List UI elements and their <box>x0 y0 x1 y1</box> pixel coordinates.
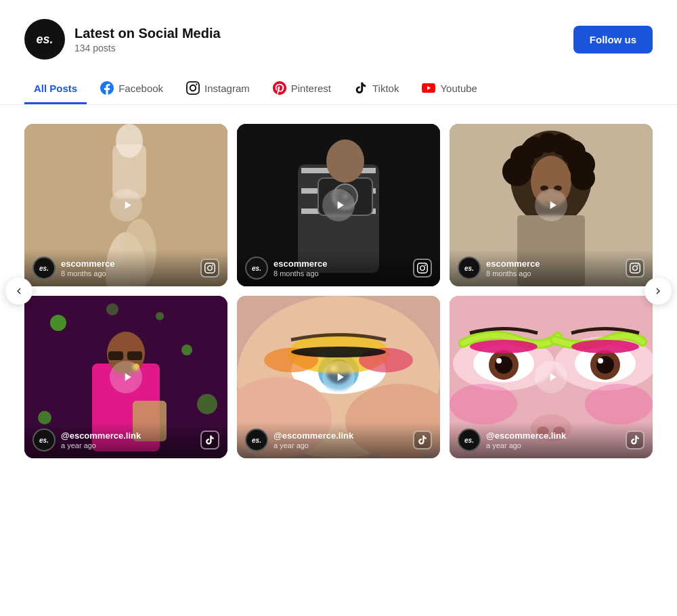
post-card-3[interactable]: es. escommerce 8 months ago <box>450 124 653 286</box>
svg-point-32 <box>50 315 66 331</box>
post-card-6[interactable]: es. @escommerce.link a year ago <box>450 296 653 458</box>
facebook-icon <box>100 81 114 95</box>
pinterest-icon <box>273 81 286 95</box>
play-button-1[interactable] <box>110 189 142 221</box>
tab-all-posts[interactable]: All Posts <box>24 74 87 104</box>
username-2: escommerce <box>274 259 328 269</box>
card-user-4: es. @escommerce.link a year ago <box>32 428 141 452</box>
tab-pinterest[interactable]: Pinterest <box>263 73 341 105</box>
play-button-3[interactable] <box>535 189 567 221</box>
tab-facebook[interactable]: Facebook <box>91 73 173 105</box>
user-info-1: escommerce 8 months ago <box>61 259 115 278</box>
svg-point-36 <box>156 312 164 320</box>
time-2: 8 months ago <box>274 269 328 278</box>
play-button-4[interactable] <box>110 361 142 393</box>
next-arrow-button[interactable] <box>645 278 672 305</box>
svg-point-33 <box>181 345 192 355</box>
post-card-2[interactable]: es. escommerce 8 months ago <box>237 124 440 286</box>
brand-logo: es. <box>24 19 65 60</box>
header: es. Latest on Social Media 134 posts Fol… <box>0 0 677 73</box>
play-button-6[interactable] <box>535 361 567 393</box>
follow-us-button[interactable]: Follow us <box>573 26 653 53</box>
user-info-4: @escommerce.link a year ago <box>61 431 141 449</box>
card-user-3: es. escommerce 8 months ago <box>458 257 540 280</box>
svg-point-70 <box>571 340 639 353</box>
play-button-5[interactable] <box>322 361 355 393</box>
avatar-4: es. <box>32 428 56 452</box>
svg-point-16 <box>326 139 364 183</box>
svg-point-63 <box>496 358 502 364</box>
card-bottom-3: es. escommerce 8 months ago <box>450 250 653 286</box>
username-4: @escommerce.link <box>61 431 141 441</box>
card-bottom-2: es. escommerce 8 months ago <box>237 250 440 286</box>
avatar-6: es. <box>458 428 481 452</box>
svg-point-74 <box>450 384 517 424</box>
posts-grid: es. escommerce 8 months ago <box>24 124 653 458</box>
tabs-bar: All Posts Facebook Instagram Pinterest T… <box>0 73 677 105</box>
user-info-6: @escommerce.link a year ago <box>486 431 566 449</box>
svg-point-34 <box>197 394 217 414</box>
tab-tiktok[interactable]: Tiktok <box>345 73 408 105</box>
card-user-2: es. escommerce 8 months ago <box>245 257 328 280</box>
post-card-5[interactable]: es. @escommerce.link a year ago <box>237 296 440 458</box>
time-3: 8 months ago <box>486 269 540 278</box>
svg-point-37 <box>106 303 118 315</box>
prev-arrow-button[interactable] <box>5 278 32 305</box>
svg-rect-40 <box>108 351 123 360</box>
svg-point-27 <box>571 166 595 190</box>
svg-rect-41 <box>127 351 142 360</box>
post-count: 134 posts <box>74 43 221 53</box>
username-5: @escommerce.link <box>274 431 353 441</box>
page-title: Latest on Social Media <box>74 26 221 41</box>
tab-youtube[interactable]: Youtube <box>412 73 487 105</box>
avatar-3: es. <box>458 257 481 280</box>
card-user-1: es. escommerce 8 months ago <box>32 257 115 280</box>
user-info-3: escommerce 8 months ago <box>486 259 540 278</box>
svg-point-69 <box>598 358 603 364</box>
card-bottom-6: es. @escommerce.link a year ago <box>450 422 653 458</box>
svg-point-64 <box>470 340 538 353</box>
tab-instagram-label: Instagram <box>204 83 250 94</box>
avatar-5: es. <box>245 428 268 452</box>
tiktok-icon <box>354 81 368 95</box>
card-bottom-5: es. @escommerce.link a year ago <box>237 422 440 458</box>
logo-text: es. <box>36 32 53 47</box>
username-6: @escommerce.link <box>486 431 566 441</box>
card-bottom-4: es. @escommerce.link a year ago <box>24 422 227 458</box>
user-info-5: @escommerce.link a year ago <box>274 431 353 449</box>
platform-icon-2 <box>413 259 432 278</box>
platform-icon-6 <box>626 431 645 449</box>
instagram-icon <box>186 81 200 95</box>
post-card-4[interactable]: es. @escommerce.link a year ago <box>24 296 227 458</box>
user-info-2: escommerce 8 months ago <box>274 259 328 278</box>
svg-point-75 <box>585 384 653 424</box>
youtube-icon <box>422 81 435 95</box>
card-user-5: es. @escommerce.link a year ago <box>245 428 353 452</box>
post-card-1[interactable]: es. escommerce 8 months ago <box>24 124 227 286</box>
card-user-6: es. @escommerce.link a year ago <box>458 428 566 452</box>
header-title-block: Latest on Social Media 134 posts <box>74 26 221 53</box>
platform-icon-4 <box>200 431 219 449</box>
username-3: escommerce <box>486 259 540 269</box>
platform-icon-3 <box>626 259 645 278</box>
platform-icon-5 <box>413 431 432 449</box>
time-6: a year ago <box>486 441 566 449</box>
posts-grid-container: es. escommerce 8 months ago <box>0 124 677 458</box>
platform-icon-1 <box>200 259 219 278</box>
svg-point-4 <box>116 124 143 158</box>
tab-instagram[interactable]: Instagram <box>177 73 259 105</box>
avatar-1: es. <box>32 257 56 280</box>
avatar-2: es. <box>245 257 268 280</box>
tab-facebook-label: Facebook <box>118 83 163 94</box>
tab-youtube-label: Youtube <box>440 83 477 94</box>
header-left: es. Latest on Social Media 134 posts <box>24 19 221 60</box>
time-1: 8 months ago <box>61 269 115 278</box>
tab-all-posts-label: All Posts <box>34 83 77 94</box>
username-1: escommerce <box>61 259 115 269</box>
time-5: a year ago <box>274 441 353 449</box>
svg-point-54 <box>291 347 386 357</box>
card-bottom-1: es. escommerce 8 months ago <box>24 250 227 286</box>
tab-pinterest-label: Pinterest <box>291 83 331 94</box>
tab-tiktok-label: Tiktok <box>372 83 399 94</box>
play-button-2[interactable] <box>322 189 355 221</box>
